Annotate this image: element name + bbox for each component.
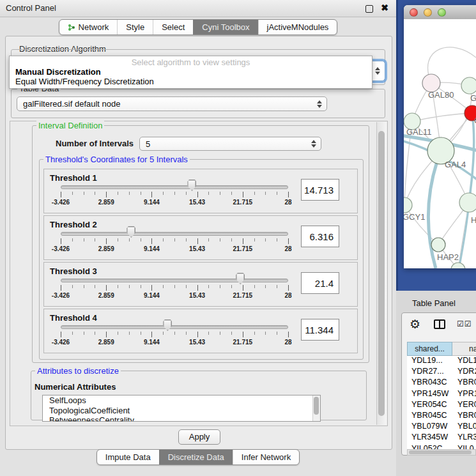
table-row[interactable]: YIL052CYIL0 <box>407 444 476 450</box>
algorithm-placeholder: Select algorithm to view settings <box>10 58 372 67</box>
table-horizontal-scrollbar-thumb[interactable] <box>409 450 472 454</box>
attribute-list-item[interactable]: TopologicalCoefficient <box>43 406 320 416</box>
network-node[interactable] <box>461 77 476 94</box>
column-header-name[interactable]: na <box>452 342 476 356</box>
table-row[interactable]: YDL19...YDL1 <box>407 356 476 367</box>
cell-name[interactable]: YDR2 <box>452 367 476 378</box>
threshold-1-slider[interactable]: -3.4262.8599.14415.4321.71528 <box>61 169 288 214</box>
close-traffic-light-icon[interactable] <box>410 8 418 17</box>
tick-label: 2.859 <box>98 245 114 252</box>
cell-shared-name[interactable]: YPR145W <box>407 389 452 400</box>
slider-thumb[interactable] <box>127 226 135 238</box>
threshold-4-slider[interactable]: -3.4262.8599.14415.4321.71528 <box>61 309 288 354</box>
table-row[interactable]: YBL079WYBL0 <box>407 422 476 433</box>
slider-track[interactable] <box>61 279 288 282</box>
table-row[interactable]: YDR27...YDR2 <box>407 367 476 378</box>
tab-style[interactable]: Style <box>117 20 153 35</box>
cell-name[interactable]: YBR0 <box>452 378 476 388</box>
cell-shared-name[interactable]: YBR043C <box>407 378 452 388</box>
tab-select[interactable]: Select <box>153 20 193 35</box>
table-horizontal-scrollbar[interactable] <box>407 449 476 456</box>
slider-thumb[interactable] <box>236 273 245 284</box>
cell-name[interactable]: YER0 <box>452 400 476 411</box>
cell-name[interactable]: YPR1 <box>452 389 476 400</box>
settings-scroll-panel: Interval Definition Number of Intervals … <box>10 121 388 426</box>
close-icon[interactable]: ✖ <box>381 3 388 13</box>
cell-shared-name[interactable]: YER054C <box>407 400 452 411</box>
threshold-3-slider[interactable]: -3.4262.8599.14415.4321.71528 <box>61 263 288 307</box>
tab-impute-data[interactable]: Impute Data <box>97 450 159 464</box>
list-scrollbar-thumb[interactable] <box>314 397 319 415</box>
zoom-traffic-light-icon[interactable] <box>438 8 446 17</box>
network-node[interactable] <box>431 238 445 252</box>
network-node-label: GAL80 <box>428 90 454 100</box>
threshold-4-value-field[interactable]: 11.344 <box>301 319 339 341</box>
table-row[interactable]: YER054CYER0 <box>407 400 476 411</box>
cell-shared-name[interactable]: YIL052C <box>407 444 452 450</box>
cell-name[interactable]: YBL0 <box>452 422 476 433</box>
combo-stepper-icon[interactable] <box>317 100 322 108</box>
float-window-icon[interactable] <box>365 5 373 13</box>
threshold-3-value-field[interactable]: 21.4 <box>301 272 339 294</box>
tab-cyni-toolbox[interactable]: Cyni Toolbox <box>193 20 257 35</box>
menu-item-manual-discretization[interactable]: Manual Discretization <box>15 67 101 77</box>
checkbox-icons[interactable]: ☑☑ <box>457 319 472 328</box>
table-panel-title: Table Panel <box>412 298 456 308</box>
threshold-2-value-field[interactable]: 6.316 <box>301 226 339 247</box>
cell-name[interactable]: YLR3 <box>452 433 476 443</box>
cell-shared-name[interactable]: YBR045C <box>407 411 452 422</box>
cell-name[interactable]: YBR0 <box>452 411 476 422</box>
attribute-list-item[interactable]: SelfLoops <box>43 395 320 406</box>
tab-infer-network[interactable]: Infer Network <box>233 450 299 464</box>
network-edge[interactable] <box>459 203 469 268</box>
network-edge[interactable] <box>412 113 472 121</box>
list-scrollbar[interactable] <box>312 395 320 421</box>
combo-stepper-icon[interactable] <box>375 67 380 75</box>
tab-network[interactable]: Network <box>59 20 118 35</box>
tab-jactivemnodules[interactable]: jActiveMNodules <box>258 20 337 35</box>
table-row[interactable]: YLR345WYLR3 <box>407 433 476 443</box>
table-row[interactable]: YPR145WYPR1 <box>407 389 476 400</box>
cell-name[interactable]: YIL0 <box>452 444 474 450</box>
table-panel-content: ⚙ ☑☑ shared... na YDL19...YDL1YDR27...YD… <box>401 312 476 456</box>
apply-button[interactable]: Apply <box>178 429 220 445</box>
slider-track[interactable] <box>61 232 288 236</box>
tab-cyni-toolbox-label: Cyni Toolbox <box>202 22 249 32</box>
network-node[interactable] <box>459 193 476 212</box>
combo-stepper-icon[interactable] <box>311 140 316 148</box>
split-view-icon[interactable] <box>434 319 445 329</box>
slider-thumb[interactable] <box>187 180 196 191</box>
attributes-group-label: Attributes to discretize <box>35 366 121 376</box>
panel-scrollbar[interactable] <box>376 122 387 425</box>
attribute-list-item[interactable]: BetweennessCentrality <box>43 415 320 422</box>
menu-item-equal-width-frequency[interactable]: Equal Width/Frequency Discretization <box>15 77 154 86</box>
table-row[interactable]: YBR045CYBR0 <box>407 411 476 422</box>
panel-scrollbar-thumb[interactable] <box>378 131 385 416</box>
slider-track[interactable] <box>61 185 288 189</box>
network-canvas[interactable]: GAL80GCGAL11GAL4GCY1HHAP2 <box>404 19 476 268</box>
threshold-1-value-field[interactable]: 14.713 <box>301 179 339 201</box>
table-row[interactable]: YBR043CYBR0 <box>407 378 476 388</box>
tick-label: 2.859 <box>98 199 114 206</box>
cell-name[interactable]: YDL1 <box>452 356 476 367</box>
cell-shared-name[interactable]: YBL079W <box>407 422 452 433</box>
table-panel: Table Panel ⚙ ☑☑ shared... na YDL19...YD… <box>396 291 476 476</box>
cell-shared-name[interactable]: YDR27... <box>407 367 452 378</box>
tab-discretize-data[interactable]: Discretize Data <box>159 450 233 464</box>
slider-track[interactable] <box>61 325 288 329</box>
gear-icon[interactable]: ⚙ <box>410 317 420 332</box>
minimize-traffic-light-icon[interactable] <box>424 8 432 17</box>
cell-shared-name[interactable]: YLR345W <box>407 433 452 443</box>
cell-shared-name[interactable]: YDL19... <box>407 356 452 367</box>
network-graph[interactable]: GAL80GCGAL11GAL4GCY1HHAP2 <box>404 19 476 268</box>
network-window-titlebar[interactable] <box>404 5 476 20</box>
number-of-intervals-combobox[interactable]: 5 <box>139 137 321 151</box>
slider-thumb[interactable] <box>163 319 172 331</box>
numerical-attributes-list[interactable]: SelfLoopsTopologicalCoefficientBetweenne… <box>42 395 321 422</box>
network-node[interactable] <box>422 74 440 92</box>
network-node[interactable] <box>404 197 412 213</box>
network-edge[interactable] <box>469 113 474 203</box>
column-header-shared[interactable]: shared... <box>407 342 452 356</box>
threshold-2-slider[interactable]: -3.4262.8599.14415.4321.71528 <box>61 216 288 261</box>
table-data-combobox[interactable]: galFiltered.sif default node <box>17 96 327 111</box>
